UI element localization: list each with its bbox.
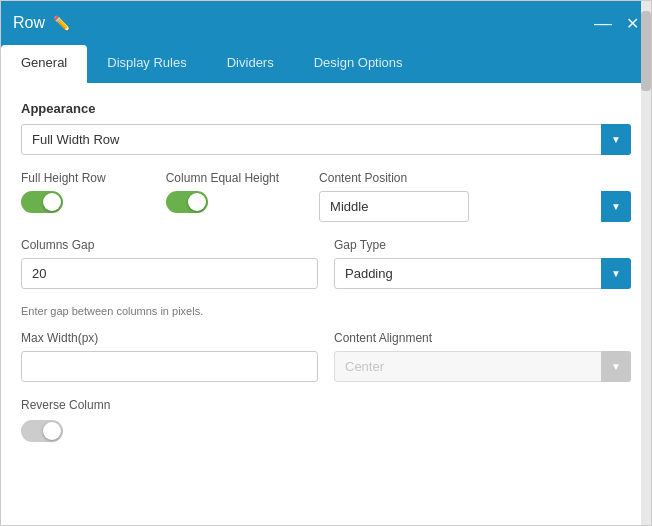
gap-type-col: Gap Type Padding Margin ▼ [334,238,631,289]
columns-gap-helper: Enter gap between columns in pixels. [21,305,631,317]
column-equal-height-toggle[interactable] [166,191,208,213]
scrollbar[interactable] [641,1,651,525]
content-alignment-col: Content Alignment Center ▼ [334,331,631,382]
gap-type-select[interactable]: Padding Margin [334,258,631,289]
columns-gap-label: Columns Gap [21,238,318,252]
full-height-row-label: Full Height Row [21,171,106,185]
tab-display-rules[interactable]: Display Rules [87,45,206,83]
window: Row ✏️ — ✕ General Display Rules Divider… [0,0,652,526]
appearance-select-wrapper: Full Width Row ▼ [21,124,631,155]
content-alignment-select[interactable]: Center [334,351,631,382]
content-alignment-select-wrapper: Center ▼ [334,351,631,382]
reverse-column-label: Reverse Column [21,398,631,412]
max-width-input[interactable] [21,351,318,382]
content-position-arrow: ▼ [601,191,631,222]
max-width-col: Max Width(px) [21,331,318,382]
reverse-column-toggle[interactable] [21,420,63,442]
scrollbar-thumb[interactable] [641,11,651,91]
content-position-select[interactable]: Middle Top Bottom [319,191,469,222]
tab-dividers[interactable]: Dividers [207,45,294,83]
gap-type-select-wrapper: Padding Margin ▼ [334,258,631,289]
columns-gap-col: Columns Gap [21,238,318,289]
column-equal-height-label: Column Equal Height [166,171,279,185]
toggles-row: Full Height Row Column Equal Height [21,171,631,222]
reverse-column-slider [21,420,63,442]
content-area: Appearance Full Width Row ▼ Full Height … [1,83,651,525]
content-alignment-label: Content Alignment [334,331,631,345]
max-width-label: Max Width(px) [21,331,318,345]
width-alignment-row: Max Width(px) Content Alignment Center ▼ [21,331,631,382]
close-button[interactable]: ✕ [626,14,639,33]
gap-type-label: Gap Type [334,238,631,252]
column-equal-height-slider [166,191,208,213]
edit-icon[interactable]: ✏️ [53,15,70,31]
reverse-column-section: Reverse Column [21,398,631,442]
chevron-down-icon: ▼ [611,201,621,212]
full-height-row-slider [21,191,63,213]
minimize-button[interactable]: — [594,14,612,32]
columns-gap-input[interactable] [21,258,318,289]
content-position-select-wrapper: Middle Top Bottom ▼ [319,191,631,222]
appearance-select[interactable]: Full Width Row [21,124,631,155]
tabs: General Display Rules Dividers Design Op… [1,45,651,83]
title-bar: Row ✏️ — ✕ [1,1,651,45]
title-bar-controls: — ✕ [594,14,639,33]
title-bar-title: Row ✏️ [13,14,594,32]
full-height-row-group: Full Height Row [21,171,106,213]
content-position-label: Content Position [319,171,631,185]
window-title: Row [13,14,45,32]
column-equal-height-group: Column Equal Height [166,171,279,213]
full-height-row-toggle[interactable] [21,191,63,213]
gap-row: Columns Gap Gap Type Padding Margin ▼ [21,238,631,289]
content-position-group: Content Position Middle Top Bottom ▼ [319,171,631,222]
full-height-row-toggle-wrapper [21,191,106,213]
column-equal-height-toggle-wrapper [166,191,279,213]
appearance-label: Appearance [21,101,631,116]
tab-design-options[interactable]: Design Options [294,45,423,83]
tab-general[interactable]: General [1,45,87,83]
